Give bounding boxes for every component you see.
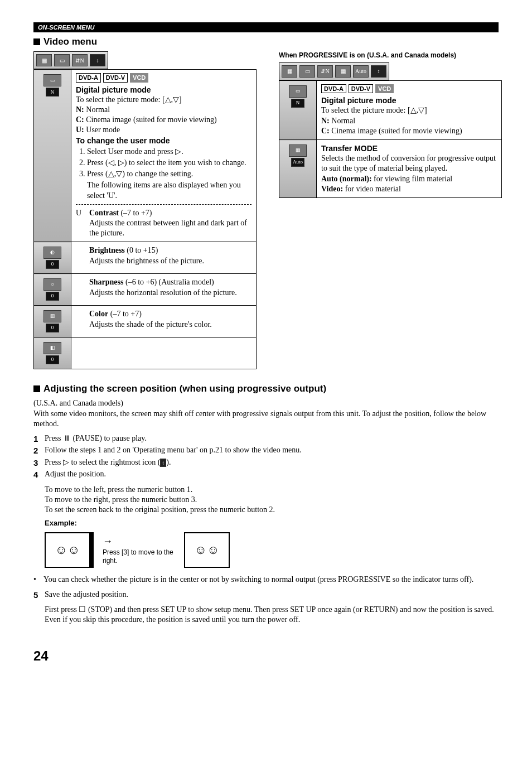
- step-4: Adjust the position.: [45, 469, 499, 480]
- brightness-desc: Adjusts the brightness of the picture.: [89, 256, 252, 266]
- adjust-steps-2: 5Save the adjusted position.: [33, 590, 499, 601]
- rightmost-icon: ↕: [160, 459, 166, 467]
- dpm-select-line: To select the picture mode: [△,▽]: [76, 95, 252, 105]
- color-range: (–7 to +7): [110, 310, 142, 318]
- c-label-r: C:: [321, 127, 330, 135]
- example-caption: Press [3] to move to the right.: [103, 548, 175, 566]
- format-badges-r: DVD-A DVD-V VCD: [321, 84, 497, 93]
- brightness-icon: ☼: [43, 278, 61, 291]
- n-label-r: N:: [321, 117, 330, 125]
- video-label: Video:: [321, 185, 343, 193]
- transfer-icon: ▦: [289, 144, 307, 157]
- header-bar: ON-SCREEN MENU: [33, 22, 499, 32]
- change-steps: Select User mode and press ▷. Press (◁, …: [76, 147, 252, 180]
- badge-dvda-r: DVD-A: [321, 84, 346, 93]
- contrast-desc: Adjusts the contrast between light and d…: [89, 218, 252, 238]
- menu-icon-1: ▦: [36, 54, 52, 66]
- menu-icon-2: ▭: [54, 54, 70, 66]
- n-indicator-icon: N: [46, 88, 59, 97]
- auto-text: for viewing film material: [374, 175, 452, 183]
- menu-icon-r1: ▦: [282, 65, 297, 78]
- step-2: Follow the steps 1 and 2 on 'Operating m…: [45, 445, 499, 456]
- badge-vcd-r: VCD: [375, 84, 394, 93]
- sharpness-desc: Adjusts the horizontal resolution of the…: [89, 288, 252, 298]
- brightness-range: (0 to +15): [127, 246, 158, 254]
- dashed-divider: [76, 204, 252, 205]
- change-step-2: Press (◁, ▷) to select the item you wish…: [87, 158, 252, 168]
- dpm-title: Digital picture mode: [76, 85, 252, 95]
- transfer-title: Transfer MODE: [321, 143, 497, 153]
- video-menu-title: Video menu: [43, 36, 97, 48]
- contrast-value-icon: 0: [46, 260, 59, 269]
- dpm-select-line-r: To select the picture mode: [△,▽]: [321, 105, 497, 115]
- video-text: for video material: [345, 185, 401, 193]
- adjust-steps: 1Press ⏸ (PAUSE) to pause play. 2Follow …: [33, 433, 499, 480]
- n-text-r: Normal: [331, 117, 355, 125]
- color-desc: Adjusts the shade of the picture's color…: [89, 320, 252, 330]
- step-1: Press ⏸ (PAUSE) to pause play.: [45, 433, 499, 445]
- step-4c: To set the screen back to the original p…: [45, 505, 499, 515]
- adjust-subtitle: (U.S.A. and Canada models): [33, 398, 499, 408]
- contrast-range: (–7 to +7): [120, 209, 152, 217]
- step-3a: Press ▷ to select the rightmost icon (: [45, 458, 160, 466]
- example-after-icon: ☺☺: [184, 532, 230, 568]
- c-text: Cinema image (suited for movie viewing): [86, 115, 216, 124]
- menu-icon-rarrows: ↕: [371, 65, 386, 78]
- step-3b: ).: [166, 458, 171, 466]
- u-label: U:: [76, 126, 84, 134]
- brightness-value-icon: 0: [46, 292, 59, 301]
- progressive-note: When PROGRESSIVE is on (U.S.A. and Canad…: [279, 51, 502, 60]
- color-title: Color: [89, 310, 108, 318]
- contrast-title: Contrast: [89, 209, 119, 217]
- color-value-icon: 0: [46, 355, 59, 364]
- n-indicator-icon-r: N: [291, 99, 304, 108]
- badge-dvdv: DVD-V: [103, 73, 128, 82]
- c-text-r: Cinema image (suited for movie viewing): [331, 127, 462, 135]
- dpm-icon-r: ▭: [289, 85, 307, 98]
- contrast-icon: ◐: [43, 247, 61, 259]
- step-3: Press ▷ to select the rightmost icon (↕)…: [45, 457, 499, 469]
- video-settings-table-left: ▭ N DVD-A DVD-V VCD Digital picture mode…: [33, 69, 257, 369]
- change-step-3: Press (△,▽) to change the setting.: [87, 169, 252, 179]
- color-icon: ◧: [43, 342, 61, 354]
- u-text: User mode: [86, 126, 120, 134]
- adjust-intro: With some video monitors, the screen may…: [33, 409, 499, 429]
- badge-dvdv-r: DVD-V: [349, 84, 373, 93]
- example-row: ☺☺ → Press [3] to move to the right. ☺☺: [45, 532, 499, 568]
- adjust-bullet: You can check whether the picture is in …: [33, 575, 499, 585]
- adjust-title: Adjusting the screen position (when usin…: [43, 383, 326, 395]
- adjust-heading: Adjusting the screen position (when usin…: [33, 383, 499, 395]
- transfer-desc: Selects the method of conversion for pro…: [321, 153, 497, 173]
- n-label: N:: [76, 105, 84, 114]
- format-badges: DVD-A DVD-V VCD: [76, 73, 252, 82]
- sharpness-region: (Australia model): [159, 278, 214, 286]
- change-followup: The following items are also displayed w…: [87, 180, 252, 200]
- menu-icon-r2: ▭: [299, 65, 315, 78]
- adjust-bullet-text: You can check whether the picture is in …: [43, 575, 473, 585]
- auto-label: Auto (normal):: [321, 175, 372, 183]
- example-label: Example:: [45, 519, 499, 528]
- dpm-title-r: Digital picture mode: [321, 95, 497, 105]
- step-5a: First press ☐ (STOP) and then press SET …: [45, 605, 499, 625]
- video-menu-heading: Video menu: [33, 36, 499, 48]
- example-before-icon: ☺☺: [45, 532, 94, 568]
- menu-icon-arrows: ↕: [90, 54, 105, 66]
- c-label: C:: [76, 115, 84, 124]
- badge-dvda: DVD-A: [76, 73, 101, 82]
- video-menu-bar-left: ▦ ▭ ⇵N ↕: [33, 51, 108, 69]
- u-row-label: U: [76, 208, 89, 239]
- change-step-1: Select User mode and press ▷.: [87, 147, 252, 157]
- dpm-icon: ▭: [43, 74, 61, 86]
- menu-icon-auto: Auto: [353, 65, 369, 78]
- step-5: Save the adjusted position.: [45, 590, 499, 601]
- auto-indicator-icon: Auto: [291, 158, 304, 167]
- n-text: Normal: [86, 105, 110, 114]
- change-user-mode-title: To change the user mode: [76, 136, 252, 146]
- step-4a: To move to the left, press the numeric b…: [45, 485, 499, 495]
- sharpness-value-icon: 0: [46, 324, 59, 332]
- video-settings-table-right: ▭ N DVD-A DVD-V VCD Digital picture mode…: [279, 80, 502, 198]
- sharpness-title: Sharpness: [89, 278, 123, 286]
- step-4b: To move to the right, press the numeric …: [45, 495, 499, 505]
- page-number: 24: [33, 647, 499, 664]
- menu-icon-rn: ⇵N: [317, 65, 333, 78]
